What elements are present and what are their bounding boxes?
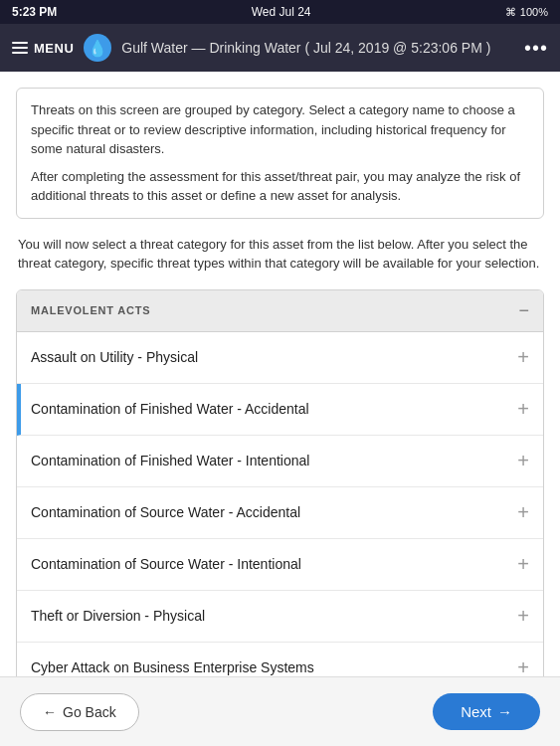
footer-nav: ← Go Back Next →	[0, 676, 560, 746]
threat-label-assault: Assault on Utility - Physical	[31, 349, 198, 365]
threat-label-contam-finished-accidental: Contamination of Finished Water - Accide…	[31, 401, 309, 417]
next-arrow-icon: →	[497, 703, 512, 720]
menu-button[interactable]: MENU	[12, 41, 74, 56]
menu-label: MENU	[34, 41, 74, 56]
threat-label-theft-diversion: Theft or Diversion - Physical	[31, 608, 205, 624]
threat-expand-icon-theft-diversion: +	[517, 605, 529, 628]
instructions-text: You will now select a threat category fo…	[16, 235, 544, 274]
info-line-2: After completing the assessment for this…	[31, 167, 529, 206]
back-arrow-icon: ←	[43, 704, 57, 720]
status-time: 5:23 PM	[12, 5, 57, 19]
malevolent-collapse-icon: −	[518, 300, 529, 321]
back-button-label: Go Back	[63, 704, 116, 720]
threat-item-contam-finished-accidental[interactable]: Contamination of Finished Water - Accide…	[17, 384, 543, 436]
threat-expand-icon-contam-source-accidental: +	[517, 501, 529, 524]
threat-label-contam-finished-intentional: Contamination of Finished Water - Intent…	[31, 453, 309, 468]
info-box: Threats on this screen are grouped by ca…	[16, 88, 544, 219]
threat-item-contam-source-intentional[interactable]: Contamination of Source Water - Intentio…	[17, 539, 543, 591]
threat-expand-icon-contam-finished-accidental: +	[517, 398, 529, 421]
threat-label-contam-source-accidental: Contamination of Source Water - Accident…	[31, 504, 300, 520]
wifi-icon: ⌘	[505, 6, 516, 19]
threat-item-contam-source-accidental[interactable]: Contamination of Source Water - Accident…	[17, 487, 543, 539]
threat-expand-icon-contam-finished-intentional: +	[517, 450, 529, 472]
threat-item-contam-finished-intentional[interactable]: Contamination of Finished Water - Intent…	[17, 436, 543, 487]
threat-item-theft-diversion[interactable]: Theft or Diversion - Physical +	[17, 591, 543, 643]
category-header-malevolent[interactable]: MALEVOLENT ACTS −	[17, 290, 543, 332]
content-area: Threats on this screen are grouped by ca…	[0, 72, 560, 746]
top-nav: MENU 💧 Gulf Water — Drinking Water ( Jul…	[0, 24, 560, 72]
next-button-label: Next	[461, 703, 491, 720]
info-line-1: Threats on this screen are grouped by ca…	[31, 100, 529, 159]
battery-label: 100%	[520, 6, 548, 18]
nav-title: Gulf Water — Drinking Water ( Jul 24, 20…	[121, 40, 514, 56]
category-label-malevolent: MALEVOLENT ACTS	[31, 304, 150, 316]
threat-item-assault[interactable]: Assault on Utility - Physical +	[17, 332, 543, 384]
hamburger-icon	[12, 42, 28, 54]
more-options-button[interactable]: •••	[524, 37, 548, 60]
water-drop-icon: 💧	[84, 34, 111, 62]
threat-label-cyber-business: Cyber Attack on Business Enterprise Syst…	[31, 659, 314, 675]
status-bar: 5:23 PM Wed Jul 24 ⌘ 100%	[0, 0, 560, 24]
status-indicators: ⌘ 100%	[505, 6, 548, 19]
next-button[interactable]: Next →	[433, 693, 540, 730]
threat-label-contam-source-intentional: Contamination of Source Water - Intentio…	[31, 556, 301, 572]
threat-expand-icon-assault: +	[517, 346, 529, 369]
status-day: Wed Jul 24	[252, 5, 311, 19]
back-button[interactable]: ← Go Back	[20, 693, 139, 731]
threat-expand-icon-contam-source-intentional: +	[517, 553, 529, 576]
